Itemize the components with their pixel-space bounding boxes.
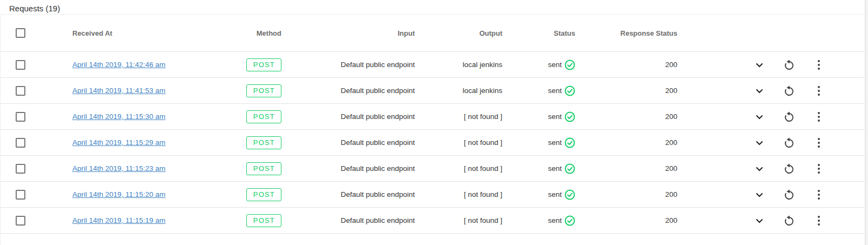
request-timestamp-link[interactable]: April 14th 2019, 11:42:46 am [72, 61, 165, 69]
row-checkbox[interactable] [16, 112, 25, 122]
page-title: Requests (19) [9, 4, 60, 14]
row-menu-button[interactable] [812, 110, 825, 123]
kebab-menu-icon [818, 112, 820, 122]
row-menu-button[interactable] [812, 136, 825, 149]
retry-request-button[interactable] [783, 214, 796, 227]
refresh-icon [783, 58, 796, 71]
status-text: sent [548, 87, 562, 95]
status-cell: sent [502, 111, 575, 122]
input-endpoint: Default public endpoint [282, 216, 415, 224]
response-status-code: 200 [575, 190, 677, 198]
expand-row-button[interactable] [753, 188, 766, 201]
status-text: sent [548, 216, 562, 224]
request-timestamp-link[interactable]: April 14th 2019, 11:15:23 am [72, 164, 165, 173]
chevron-down-icon [753, 188, 766, 201]
refresh-icon [783, 84, 796, 97]
chevron-down-icon [753, 58, 766, 71]
check-circle-icon [564, 163, 575, 174]
status-text: sent [548, 164, 562, 173]
request-timestamp-link[interactable]: April 14th 2019, 11:15:30 am [72, 112, 165, 121]
refresh-icon [783, 136, 796, 149]
request-timestamp-link[interactable]: April 14th 2019, 11:15:29 am [72, 138, 165, 147]
status-text: sent [548, 61, 562, 69]
refresh-icon [783, 162, 796, 175]
output-destination: [ not found ] [415, 216, 502, 224]
row-menu-button[interactable] [812, 58, 825, 71]
expand-row-button[interactable] [753, 136, 766, 149]
retry-request-button[interactable] [783, 58, 796, 71]
request-timestamp-link[interactable]: April 14th 2019, 11:15:19 am [72, 216, 165, 224]
row-checkbox[interactable] [16, 164, 25, 174]
row-checkbox[interactable] [16, 216, 25, 226]
output-destination: [ not found ] [415, 138, 502, 147]
table-row: April 14th 2019, 11:15:19 am POST Defaul… [1, 208, 865, 234]
response-status-code: 200 [575, 87, 677, 95]
row-checkbox[interactable] [16, 190, 25, 200]
chevron-down-icon [753, 214, 766, 227]
kebab-menu-icon [818, 60, 820, 70]
method-badge: POST [246, 110, 281, 123]
status-cell: sent [502, 59, 575, 70]
status-cell: sent [502, 137, 575, 148]
retry-request-button[interactable] [783, 84, 796, 97]
row-menu-button[interactable] [812, 162, 825, 175]
row-menu-button[interactable] [812, 188, 825, 201]
expand-row-button[interactable] [753, 58, 766, 71]
output-destination: local jenkins [415, 87, 502, 95]
row-checkbox[interactable] [16, 138, 25, 148]
response-status-code: 200 [575, 164, 677, 173]
check-circle-icon [564, 215, 575, 226]
output-destination: local jenkins [415, 61, 502, 69]
request-timestamp-link[interactable]: April 14th 2019, 11:15:20 am [72, 190, 165, 198]
column-header-output: Output [415, 29, 502, 37]
kebab-menu-icon [818, 138, 820, 148]
retry-request-button[interactable] [783, 188, 796, 201]
refresh-icon [783, 188, 796, 201]
select-all-checkbox[interactable] [16, 28, 25, 38]
check-circle-icon [564, 189, 575, 200]
status-text: sent [548, 112, 562, 121]
expand-row-button[interactable] [753, 110, 766, 123]
column-header-status: Status [502, 29, 575, 37]
request-timestamp-link[interactable]: April 14th 2019, 11:41:53 am [72, 87, 165, 95]
retry-request-button[interactable] [783, 136, 796, 149]
input-endpoint: Default public endpoint [282, 164, 415, 173]
method-badge: POST [246, 136, 281, 149]
status-cell: sent [502, 163, 575, 174]
method-badge: POST [246, 84, 281, 97]
check-circle-icon [564, 111, 575, 122]
row-menu-button[interactable] [812, 84, 825, 97]
table-row: April 14th 2019, 11:15:30 am POST Defaul… [1, 104, 865, 130]
response-status-code: 200 [575, 61, 677, 69]
expand-row-button[interactable] [753, 162, 766, 175]
expand-row-button[interactable] [753, 84, 766, 97]
retry-request-button[interactable] [783, 162, 796, 175]
response-status-code: 200 [575, 138, 677, 147]
method-badge: POST [246, 58, 281, 71]
check-circle-icon [564, 137, 575, 148]
input-endpoint: Default public endpoint [282, 61, 415, 69]
check-circle-icon [564, 59, 575, 70]
column-header-method: Method [235, 29, 282, 37]
status-cell: sent [502, 189, 575, 200]
column-header-response-status: Response Status [575, 29, 677, 37]
chevron-down-icon [753, 136, 766, 149]
kebab-menu-icon [818, 190, 820, 200]
table-row: April 14th 2019, 11:15:20 am POST Defaul… [1, 182, 865, 208]
input-endpoint: Default public endpoint [282, 87, 415, 95]
response-status-code: 200 [575, 112, 677, 121]
row-checkbox[interactable] [16, 60, 25, 70]
status-text: sent [548, 190, 562, 198]
output-destination: [ not found ] [415, 112, 502, 121]
row-checkbox[interactable] [16, 86, 25, 96]
output-destination: [ not found ] [415, 164, 502, 173]
expand-row-button[interactable] [753, 214, 766, 227]
response-status-code: 200 [575, 216, 677, 224]
retry-request-button[interactable] [783, 110, 796, 123]
output-destination: [ not found ] [415, 190, 502, 198]
refresh-icon [783, 214, 796, 227]
status-cell: sent [502, 85, 575, 96]
kebab-menu-icon [818, 216, 820, 226]
row-menu-button[interactable] [812, 214, 825, 227]
check-circle-icon [564, 85, 575, 96]
